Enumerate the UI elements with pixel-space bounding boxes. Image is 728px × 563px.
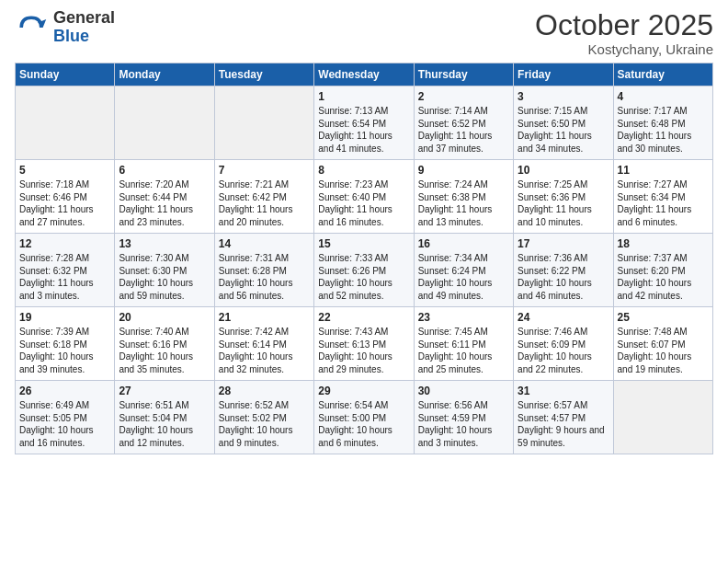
day-info: Sunrise: 7:21 AMSunset: 6:42 PMDaylight:…	[219, 179, 293, 227]
day-info: Sunrise: 6:54 AMSunset: 5:00 PMDaylight:…	[318, 400, 392, 448]
day-number: 8	[318, 164, 409, 177]
calendar-cell: 13Sunrise: 7:30 AMSunset: 6:30 PMDayligh…	[115, 234, 214, 307]
day-number: 24	[518, 311, 609, 324]
calendar-cell: 28Sunrise: 6:52 AMSunset: 5:02 PMDayligh…	[214, 381, 313, 454]
calendar-cell	[613, 381, 712, 454]
logo-general-text: General	[53, 9, 115, 28]
calendar-cell: 3Sunrise: 7:15 AMSunset: 6:50 PMDaylight…	[514, 86, 613, 160]
day-info: Sunrise: 7:43 AMSunset: 6:13 PMDaylight:…	[318, 327, 392, 374]
calendar-cell: 17Sunrise: 7:36 AMSunset: 6:22 PMDayligh…	[514, 234, 613, 307]
calendar-cell: 11Sunrise: 7:27 AMSunset: 6:34 PMDayligh…	[613, 160, 712, 234]
calendar-cell: 23Sunrise: 7:45 AMSunset: 6:11 PMDayligh…	[414, 307, 513, 381]
day-number: 30	[418, 385, 509, 397]
day-info: Sunrise: 7:20 AMSunset: 6:44 PMDaylight:…	[119, 179, 193, 227]
logo: General Blue	[15, 9, 115, 46]
day-number: 9	[418, 164, 509, 177]
day-info: Sunrise: 7:25 AMSunset: 6:36 PMDaylight:…	[518, 179, 592, 227]
day-number: 29	[318, 385, 409, 397]
calendar-cell: 6Sunrise: 7:20 AMSunset: 6:44 PMDaylight…	[115, 160, 214, 234]
calendar-cell: 27Sunrise: 6:51 AMSunset: 5:04 PMDayligh…	[115, 381, 214, 454]
day-number: 26	[19, 385, 110, 397]
day-number: 19	[19, 311, 110, 324]
day-number: 25	[618, 311, 709, 324]
day-number: 21	[219, 311, 310, 324]
day-number: 28	[219, 385, 310, 397]
calendar-cell: 12Sunrise: 7:28 AMSunset: 6:32 PMDayligh…	[16, 234, 115, 307]
day-number: 17	[518, 237, 609, 250]
calendar-day-header: Wednesday	[314, 63, 414, 86]
calendar-cell: 14Sunrise: 7:31 AMSunset: 6:28 PMDayligh…	[214, 234, 313, 307]
calendar-header-row: SundayMondayTuesdayWednesdayThursdayFrid…	[16, 63, 713, 86]
calendar-cell: 15Sunrise: 7:33 AMSunset: 6:26 PMDayligh…	[314, 234, 414, 307]
day-number: 23	[418, 311, 509, 324]
calendar-week-row: 1Sunrise: 7:13 AMSunset: 6:54 PMDaylight…	[16, 86, 713, 160]
calendar-cell: 31Sunrise: 6:57 AMSunset: 4:57 PMDayligh…	[514, 381, 613, 454]
calendar-table: SundayMondayTuesdayWednesdayThursdayFrid…	[15, 63, 713, 454]
logo-blue-text: Blue	[53, 28, 115, 46]
day-number: 15	[318, 237, 409, 250]
calendar-day-header: Thursday	[414, 63, 513, 86]
calendar-day-header: Monday	[115, 63, 214, 86]
calendar-cell: 4Sunrise: 7:17 AMSunset: 6:48 PMDaylight…	[613, 86, 712, 160]
day-info: Sunrise: 7:42 AMSunset: 6:14 PMDaylight:…	[219, 327, 293, 374]
day-info: Sunrise: 6:52 AMSunset: 5:02 PMDaylight:…	[219, 400, 293, 448]
logo-text: General Blue	[53, 9, 115, 46]
day-number: 3	[518, 90, 609, 103]
page: General Blue October 2025 Kostychany, Uk…	[0, 0, 728, 563]
title-block: October 2025 Kostychany, Ukraine	[535, 9, 713, 57]
calendar-cell: 24Sunrise: 7:46 AMSunset: 6:09 PMDayligh…	[514, 307, 613, 381]
calendar-subtitle: Kostychany, Ukraine	[535, 41, 713, 57]
day-info: Sunrise: 7:39 AMSunset: 6:18 PMDaylight:…	[19, 327, 94, 374]
day-info: Sunrise: 7:40 AMSunset: 6:16 PMDaylight:…	[119, 327, 193, 374]
day-info: Sunrise: 7:23 AMSunset: 6:40 PMDaylight:…	[318, 179, 392, 227]
calendar-cell: 29Sunrise: 6:54 AMSunset: 5:00 PMDayligh…	[314, 381, 414, 454]
day-info: Sunrise: 7:33 AMSunset: 6:26 PMDaylight:…	[318, 253, 392, 301]
calendar-week-row: 26Sunrise: 6:49 AMSunset: 5:05 PMDayligh…	[16, 381, 713, 454]
day-number: 10	[518, 164, 609, 177]
day-info: Sunrise: 7:28 AMSunset: 6:32 PMDaylight:…	[19, 253, 94, 301]
day-number: 7	[219, 164, 310, 177]
day-info: Sunrise: 7:37 AMSunset: 6:20 PMDaylight:…	[618, 253, 692, 301]
day-number: 5	[19, 164, 110, 177]
calendar-cell: 5Sunrise: 7:18 AMSunset: 6:46 PMDaylight…	[16, 160, 115, 234]
day-number: 2	[418, 90, 509, 103]
calendar-cell	[214, 86, 313, 160]
calendar-day-header: Tuesday	[214, 63, 313, 86]
day-info: Sunrise: 7:18 AMSunset: 6:46 PMDaylight:…	[19, 179, 94, 227]
day-number: 12	[19, 237, 110, 250]
day-number: 22	[318, 311, 409, 324]
day-info: Sunrise: 7:27 AMSunset: 6:34 PMDaylight:…	[618, 179, 692, 227]
day-info: Sunrise: 7:17 AMSunset: 6:48 PMDaylight:…	[618, 106, 692, 154]
day-info: Sunrise: 7:36 AMSunset: 6:22 PMDaylight:…	[518, 253, 592, 301]
day-number: 4	[618, 90, 709, 103]
calendar-week-row: 12Sunrise: 7:28 AMSunset: 6:32 PMDayligh…	[16, 234, 713, 307]
day-number: 13	[119, 237, 210, 250]
calendar-cell	[16, 86, 115, 160]
day-info: Sunrise: 7:13 AMSunset: 6:54 PMDaylight:…	[318, 106, 392, 154]
day-info: Sunrise: 6:56 AMSunset: 4:59 PMDaylight:…	[418, 400, 493, 448]
calendar-day-header: Friday	[514, 63, 613, 86]
day-info: Sunrise: 7:46 AMSunset: 6:09 PMDaylight:…	[518, 327, 592, 374]
day-number: 14	[219, 237, 310, 250]
day-info: Sunrise: 7:15 AMSunset: 6:50 PMDaylight:…	[518, 106, 592, 154]
day-info: Sunrise: 7:45 AMSunset: 6:11 PMDaylight:…	[418, 327, 493, 374]
day-number: 20	[119, 311, 210, 324]
calendar-cell: 18Sunrise: 7:37 AMSunset: 6:20 PMDayligh…	[613, 234, 712, 307]
calendar-cell: 1Sunrise: 7:13 AMSunset: 6:54 PMDaylight…	[314, 86, 414, 160]
day-info: Sunrise: 7:31 AMSunset: 6:28 PMDaylight:…	[219, 253, 293, 301]
day-number: 6	[119, 164, 210, 177]
day-number: 16	[418, 237, 509, 250]
calendar-week-row: 5Sunrise: 7:18 AMSunset: 6:46 PMDaylight…	[16, 160, 713, 234]
calendar-cell: 20Sunrise: 7:40 AMSunset: 6:16 PMDayligh…	[115, 307, 214, 381]
day-info: Sunrise: 6:57 AMSunset: 4:57 PMDaylight:…	[518, 400, 605, 448]
day-number: 11	[618, 164, 709, 177]
logo-icon	[15, 11, 48, 44]
calendar-cell: 10Sunrise: 7:25 AMSunset: 6:36 PMDayligh…	[514, 160, 613, 234]
day-number: 18	[618, 237, 709, 250]
day-info: Sunrise: 7:34 AMSunset: 6:24 PMDaylight:…	[418, 253, 493, 301]
calendar-cell: 2Sunrise: 7:14 AMSunset: 6:52 PMDaylight…	[414, 86, 513, 160]
calendar-cell: 22Sunrise: 7:43 AMSunset: 6:13 PMDayligh…	[314, 307, 414, 381]
calendar-cell: 25Sunrise: 7:48 AMSunset: 6:07 PMDayligh…	[613, 307, 712, 381]
calendar-day-header: Saturday	[613, 63, 712, 86]
day-info: Sunrise: 6:49 AMSunset: 5:05 PMDaylight:…	[19, 400, 94, 448]
